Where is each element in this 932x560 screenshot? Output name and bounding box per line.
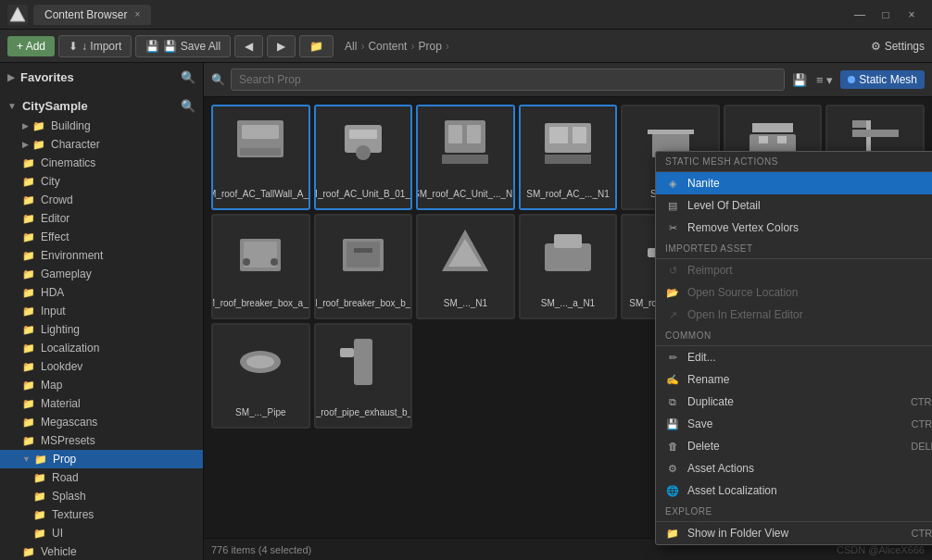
sidebar-item-input[interactable]: 📁 Input [0, 302, 203, 320]
context-item-save[interactable]: 💾 Save CTRL+S [656, 413, 932, 435]
sidebar-item-textures[interactable]: 📁 Textures [0, 505, 203, 524]
folder-icon: 📁 [22, 324, 35, 336]
context-item-open-source[interactable]: 📂 Open Source Location [656, 281, 932, 304]
open-source-label: Open Source Location [687, 286, 932, 299]
sidebar-item-vehicle[interactable]: 📁 Vehicle [0, 542, 203, 560]
sidebar-item-building-label: Building [51, 119, 91, 132]
content-browser-tab[interactable]: Content Browser × [33, 5, 151, 25]
save-icon: 💾 [145, 40, 159, 53]
context-section-static-mesh: STATIC MESH ACTIONS [656, 152, 932, 172]
context-item-open-external[interactable]: ↗ Open In External Editor [656, 304, 932, 326]
sidebar-item-map[interactable]: 📁 Map [0, 376, 203, 394]
sidebar-item-crowd[interactable]: 📁 Crowd [0, 191, 203, 209]
sidebar-item-megascans[interactable]: 📁 Megascans [0, 413, 203, 431]
sidebar-item-gameplay[interactable]: 📁 Gameplay [0, 265, 203, 283]
toolbar: + Add ⬇ ↓ Import 💾 💾 Save All ◀ ▶ 📁 All … [0, 30, 932, 63]
delete-label: Delete [687, 440, 903, 453]
sidebar-item-hda[interactable]: 📁 HDA [0, 283, 203, 302]
close-button[interactable]: × [899, 2, 925, 28]
sidebar-item-environment[interactable]: 📁 Environment [0, 246, 203, 265]
sidebar-item-splash[interactable]: 📁 Splash [0, 487, 203, 505]
remove-vertex-label: Remove Vertex Colors [687, 221, 932, 234]
sidebar-item-building[interactable]: ▶ 📁 Building [0, 117, 203, 135]
sidebar-item-ui[interactable]: 📁 UI [0, 524, 203, 542]
context-item-delete[interactable]: 🗑 Delete DELETE [656, 435, 932, 457]
sidebar-item-localization[interactable]: 📁 Localization [0, 339, 203, 357]
context-item-nanite[interactable]: ◈ Nanite ▶ Enable Disable [656, 172, 932, 194]
minimize-button[interactable]: — [847, 2, 873, 28]
context-item-edit[interactable]: ✏ Edit... [656, 346, 932, 368]
folder-button[interactable]: 📁 [299, 35, 334, 57]
app-logo [7, 5, 28, 25]
folder-icon: 📁 [22, 250, 35, 262]
sidebar-item-megascans-label: Megascans [41, 416, 97, 429]
folder-icon: 📁 [22, 417, 35, 429]
context-item-asset-localization[interactable]: 🌐 Asset Localization ▶ [656, 479, 932, 502]
favorites-arrow: ▶ [7, 72, 15, 82]
sidebar-item-lighting[interactable]: 📁 Lighting [0, 320, 203, 339]
edit-icon: ✏ [665, 352, 680, 364]
gear-icon: ⚙ [871, 40, 881, 53]
sidebar-item-cinematics[interactable]: 📁 Cinematics [0, 154, 203, 172]
context-item-show-folder[interactable]: 📁 Show in Folder View CTRL+B [656, 522, 932, 544]
breadcrumb-all[interactable]: All [345, 40, 357, 53]
context-section-common: COMMON [656, 326, 932, 346]
save-all-label: 💾 Save All [163, 40, 220, 53]
sidebar-item-mspresets[interactable]: 📁 MSPresets [0, 431, 203, 450]
maximize-button[interactable]: □ [873, 2, 899, 28]
breadcrumb-content[interactable]: Content [368, 40, 407, 53]
context-item-asset-actions[interactable]: ⚙ Asset Actions ▶ [656, 457, 932, 479]
import-icon: ⬇ [69, 40, 78, 53]
context-item-remove-vertex[interactable]: ✂ Remove Vertex Colors [656, 217, 932, 239]
sidebar-item-vehicle-label: Vehicle [41, 545, 77, 558]
context-section-explore: EXPLORE [656, 502, 932, 522]
sidebar-item-lookdev[interactable]: 📁 Lookdev [0, 357, 203, 376]
favorites-search-icon[interactable]: 🔍 [181, 70, 195, 84]
settings-button[interactable]: ⚙ Settings [871, 40, 925, 53]
context-item-reimport[interactable]: ↺ Reimport [656, 259, 932, 281]
sidebar-item-road[interactable]: 📁 Road [0, 468, 203, 487]
delete-shortcut: DELETE [911, 441, 932, 452]
breadcrumb-prop[interactable]: Prop [418, 40, 441, 53]
sidebar-item-material-label: Material [41, 397, 81, 410]
titlebar: Content Browser × — □ × [0, 0, 932, 30]
sidebar-item-editor[interactable]: 📁 Editor [0, 209, 203, 228]
sidebar: ▶ Favorites 🔍 ▼ CitySample 🔍 ▶ 📁 Buildin… [0, 63, 204, 560]
nav-back-button[interactable]: ◀ [234, 35, 263, 57]
citysample-arrow: ▼ [7, 101, 17, 111]
favorites-header[interactable]: ▶ Favorites 🔍 [0, 67, 203, 88]
tab-close-btn[interactable]: × [134, 9, 140, 19]
svg-marker-0 [10, 7, 25, 21]
breadcrumb-arrow-3: › [446, 40, 449, 53]
sidebar-item-prop[interactable]: ▼ 📁 Prop [0, 450, 203, 468]
sidebar-item-city[interactable]: 📁 City [0, 172, 203, 191]
save-all-button[interactable]: 💾 💾 Save All [135, 35, 231, 57]
import-button[interactable]: ⬇ ↓ Import [58, 35, 132, 57]
nanite-label: Nanite [687, 177, 932, 190]
context-menu-overlay[interactable]: STATIC MESH ACTIONS ◈ Nanite ▶ Enable Di… [204, 63, 932, 560]
sidebar-item-character[interactable]: ▶ 📁 Character [0, 135, 203, 154]
nav-forward-button[interactable]: ▶ [267, 35, 296, 57]
context-item-duplicate[interactable]: ⧉ Duplicate CTRL+D [656, 391, 932, 413]
sidebar-item-effect[interactable]: 📁 Effect [0, 228, 203, 246]
rename-icon: ✍ [665, 374, 680, 386]
context-item-rename[interactable]: ✍ Rename F2 [656, 368, 932, 391]
context-menu: STATIC MESH ACTIONS ◈ Nanite ▶ Enable Di… [655, 151, 932, 545]
folder-icon: 📁 [22, 231, 35, 243]
context-item-lod[interactable]: ▤ Level Of Detail ▶ [656, 194, 932, 217]
sidebar-item-map-label: Map [41, 379, 62, 392]
nanite-icon: ◈ [665, 178, 680, 190]
show-folder-shortcut: CTRL+B [912, 528, 933, 539]
sidebar-item-road-label: Road [52, 471, 79, 484]
sidebar-item-localization-label: Localization [41, 342, 99, 355]
citysample-search-icon[interactable]: 🔍 [181, 99, 195, 113]
citysample-header[interactable]: ▼ CitySample 🔍 [0, 95, 203, 117]
add-button[interactable]: + Add [7, 36, 55, 56]
sidebar-item-hda-label: HDA [41, 286, 64, 299]
folder-icon: 📁 [32, 120, 45, 132]
asset-actions-icon: ⚙ [665, 463, 680, 475]
folder-icon: 📁 [34, 454, 47, 466]
favorites-section: ▶ Favorites 🔍 [0, 63, 203, 92]
sidebar-item-material[interactable]: 📁 Material [0, 394, 203, 413]
rename-label: Rename [687, 373, 931, 386]
